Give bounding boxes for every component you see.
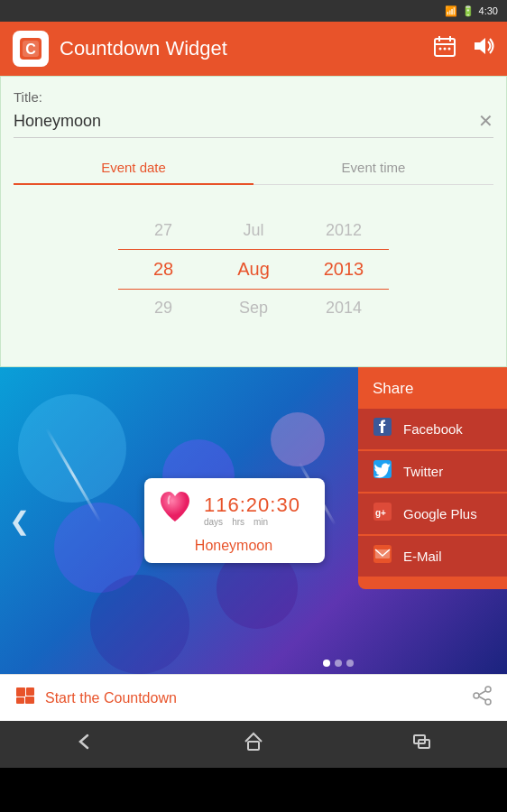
- bottom-bar: Start the Countdown: [0, 674, 507, 721]
- pagination-dots: [323, 660, 354, 667]
- svg-rect-19: [16, 697, 24, 704]
- svg-rect-26: [248, 742, 259, 750]
- svg-marker-10: [475, 38, 485, 54]
- app-logo: C: [13, 31, 49, 67]
- month-column: Jul Aug Sep: [208, 212, 299, 327]
- widget-card: 116:20:30 days hrs min Honeymoon: [144, 478, 325, 563]
- year-2012[interactable]: 2012: [299, 212, 389, 249]
- bokeh-1: [18, 394, 126, 503]
- twitter-label: Twitter: [403, 464, 443, 479]
- svg-point-22: [474, 693, 479, 698]
- year-2014[interactable]: 2014: [299, 290, 389, 327]
- month-sep[interactable]: Sep: [208, 290, 299, 327]
- header-left: C Countdown Widget: [13, 31, 227, 67]
- svg-rect-18: [26, 687, 34, 696]
- start-icon: [14, 685, 36, 712]
- svg-point-9: [448, 48, 451, 51]
- share-title: Share: [358, 380, 507, 409]
- svg-line-25: [479, 697, 485, 700]
- twitter-icon: [373, 460, 392, 483]
- title-input-container: ✕: [14, 110, 493, 138]
- day-column: 27 28 29: [118, 212, 208, 327]
- svg-point-21: [485, 687, 491, 692]
- dot-3: [346, 660, 354, 667]
- svg-line-24: [479, 691, 485, 695]
- title-input[interactable]: [14, 112, 478, 131]
- tab-event-date[interactable]: Event date: [14, 151, 254, 184]
- dot-1: [323, 660, 330, 667]
- wifi-icon: 📶: [445, 5, 457, 17]
- day-27[interactable]: 27: [118, 212, 208, 249]
- preview-section: ❮ 116:20:30 days: [0, 367, 507, 674]
- app-title: Countdown Widget: [60, 37, 227, 60]
- days-label: days: [204, 517, 223, 527]
- tab-event-time[interactable]: Event time: [254, 151, 493, 184]
- facebook-label: Facebook: [403, 421, 463, 437]
- svg-point-7: [439, 48, 442, 51]
- svg-point-23: [485, 699, 491, 705]
- back-button[interactable]: [73, 730, 97, 759]
- clear-icon[interactable]: ✕: [478, 110, 493, 132]
- bokeh-8: [90, 575, 189, 674]
- start-countdown-button[interactable]: Start the Countdown: [14, 685, 177, 712]
- min-label: min: [254, 517, 268, 527]
- battery-icon: 🔋: [462, 5, 475, 17]
- share-email[interactable]: E-Mail: [358, 536, 507, 577]
- home-button[interactable]: [242, 730, 265, 759]
- googleplus-icon: g+: [373, 503, 392, 525]
- date-time-tabs: Event date Event time: [14, 151, 493, 185]
- share-facebook[interactable]: Facebook: [358, 409, 507, 449]
- widget-top: 116:20:30 days hrs min: [155, 487, 312, 532]
- countdown-labels: days hrs min: [204, 517, 300, 527]
- day-28[interactable]: 28: [118, 249, 208, 290]
- header-actions: [433, 34, 494, 63]
- status-bar: 📶 🔋 4:30: [0, 0, 507, 22]
- svg-rect-17: [16, 687, 25, 697]
- status-icons: 📶 🔋 4:30: [445, 5, 498, 17]
- svg-text:C: C: [25, 42, 36, 57]
- month-jul[interactable]: Jul: [208, 212, 299, 249]
- year-column: 2012 2013 2014: [299, 212, 389, 327]
- hrs-label: hrs: [232, 517, 244, 527]
- share-googleplus[interactable]: g+ Google Plus: [358, 494, 507, 534]
- svg-point-8: [444, 48, 447, 51]
- calendar-icon[interactable]: [433, 34, 456, 63]
- countdown-info: 116:20:30 days hrs min: [204, 494, 300, 527]
- share-bottom-icon[interactable]: [473, 686, 493, 710]
- prev-arrow[interactable]: ❮: [9, 506, 30, 536]
- sound-icon[interactable]: [471, 34, 494, 63]
- app-header: C Countdown Widget: [0, 22, 507, 76]
- googleplus-label: Google Plus: [403, 506, 477, 521]
- date-picker: 27 28 29 Jul Aug Sep 2012 2013 2014: [14, 203, 493, 354]
- recents-button[interactable]: [410, 730, 434, 759]
- time-display: 4:30: [479, 5, 498, 16]
- email-icon: [373, 545, 392, 567]
- year-2013[interactable]: 2013: [299, 249, 389, 290]
- share-twitter[interactable]: Twitter: [358, 451, 507, 492]
- facebook-icon: [373, 418, 392, 440]
- svg-rect-20: [25, 697, 34, 704]
- bokeh-4: [271, 412, 325, 466]
- widget-event-name: Honeymoon: [155, 538, 312, 554]
- countdown-time: 116:20:30: [204, 494, 300, 517]
- heart-icon: [155, 487, 195, 532]
- dot-2: [335, 660, 342, 667]
- start-label: Start the Countdown: [45, 690, 177, 706]
- day-29[interactable]: 29: [118, 290, 208, 327]
- share-panel: Share Facebook Twitter: [358, 367, 507, 589]
- nav-bar: [0, 721, 507, 768]
- email-label: E-Mail: [403, 549, 442, 564]
- title-label: Title:: [14, 89, 493, 105]
- form-section: Title: ✕ Event date Event time 27 28 29 …: [0, 76, 507, 367]
- svg-text:g+: g+: [375, 508, 386, 518]
- month-aug[interactable]: Aug: [208, 249, 299, 290]
